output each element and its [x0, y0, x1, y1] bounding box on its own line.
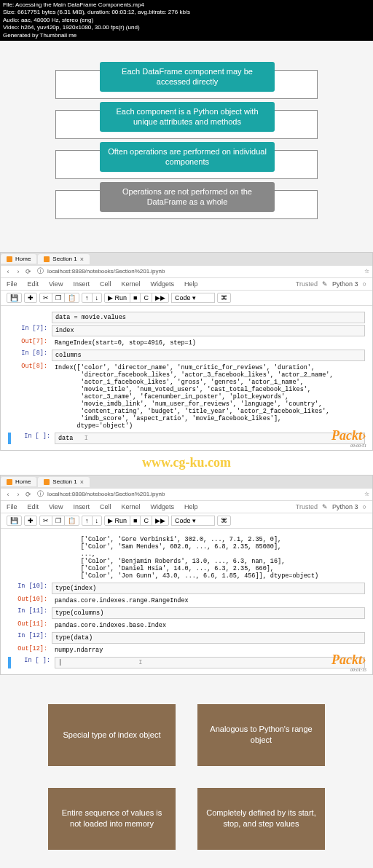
copy-button[interactable]: ❐ [52, 293, 65, 303]
stop-button[interactable]: ■ [130, 516, 141, 526]
add-cell-button[interactable]: ✚ [24, 293, 37, 303]
menu-file[interactable]: File [7, 280, 17, 288]
paste-button[interactable]: 📋 [64, 516, 79, 526]
trusted-label: Trusted [296, 280, 318, 288]
out-prompt: Out[8]: [8, 363, 52, 431]
move-up-button[interactable]: ↑ [82, 293, 93, 303]
jupyter-screenshot-2: Home Section 1 × ‹ › ⟳ ⓘ localhost:8888/… [0, 475, 373, 675]
move-up-button[interactable]: ↑ [82, 516, 93, 526]
save-button[interactable]: 💾 [7, 516, 22, 526]
code-cell[interactable]: columns [52, 350, 365, 361]
prompt [8, 534, 52, 581]
run-all-button[interactable]: ▶▶ [152, 293, 169, 303]
star-icon[interactable]: ☆ [364, 491, 369, 497]
menu-widgets[interactable]: Widgets [150, 503, 174, 510]
close-icon[interactable]: × [80, 478, 84, 486]
callout-row: Each DataFrame component may be accessed… [55, 70, 318, 99]
menu-edit[interactable]: Edit [28, 280, 39, 288]
browser-tabs: Home Section 1 × [1, 476, 372, 489]
in-prompt: In [10]: [8, 583, 52, 594]
back-icon[interactable]: ‹ [4, 267, 12, 276]
star-icon[interactable]: ☆ [364, 268, 369, 275]
info-icon[interactable]: ⓘ [36, 490, 44, 499]
code-cell[interactable]: index [52, 325, 365, 336]
paste-button[interactable]: 📋 [64, 293, 79, 303]
copy-button[interactable]: ❐ [52, 516, 65, 526]
browser-tab-home[interactable]: Home [1, 254, 36, 264]
kernel-label: Python 3 [332, 280, 358, 288]
add-cell-button[interactable]: ✚ [24, 516, 37, 526]
code-cell[interactable]: type(index) [52, 583, 365, 594]
reload-icon[interactable]: ⟳ [24, 267, 33, 276]
callout-row: Often operations are performed on indivi… [55, 150, 318, 179]
browser-tab-section1[interactable]: Section 1 × [38, 477, 90, 487]
output-cell: pandas.core.indexes.base.Index [52, 620, 365, 631]
forward-icon[interactable]: › [14, 490, 23, 499]
menu-widgets[interactable]: Widgets [150, 280, 174, 288]
url-text[interactable]: localhost:8888/notebooks/Section%201.ipy… [47, 268, 165, 275]
prompt [8, 312, 52, 323]
code-cell[interactable]: type(columns) [52, 607, 365, 619]
run-all-button[interactable]: ▶▶ [152, 516, 169, 526]
info-icon[interactable]: ⓘ [36, 267, 44, 276]
watermark: www.cg-ku.com [0, 451, 373, 475]
out-prompt: Out[10]: [8, 596, 52, 606]
menu-edit[interactable]: Edit [28, 503, 39, 510]
menu-insert[interactable]: Insert [73, 503, 90, 510]
meta-size: Size: 6617751 bytes (6.31 MiB), duration… [3, 9, 370, 16]
code-cell-active[interactable]: | I [55, 657, 365, 668]
celltype-dropdown[interactable]: Code ▾ [171, 293, 215, 303]
menu-insert[interactable]: Insert [73, 280, 90, 288]
callout-row: Operations are not performed on the Data… [55, 190, 318, 219]
command-palette-button[interactable]: ⌘ [217, 516, 231, 526]
kernel-status-icon: ○ [363, 280, 366, 288]
menu-view[interactable]: View [49, 280, 63, 288]
menu-cell[interactable]: Cell [100, 280, 111, 288]
menu-file[interactable]: File [7, 503, 17, 510]
restart-button[interactable]: C [140, 293, 152, 303]
menu-right: Trusted ✎ Python 3 ○ [296, 280, 366, 288]
url-text[interactable]: localhost:8888/notebooks/Section%201.ipy… [47, 491, 165, 497]
restart-button[interactable]: C [140, 516, 152, 526]
in-prompt: In [8]: [8, 350, 52, 361]
code-cell[interactable]: data = movie.values [52, 312, 365, 323]
move-down-button[interactable]: ↓ [92, 516, 103, 526]
code-cell[interactable]: type(data) [52, 632, 365, 644]
close-icon[interactable]: × [80, 256, 84, 263]
menu-cell[interactable]: Cell [100, 503, 111, 510]
menu-view[interactable]: View [49, 503, 63, 510]
callout-1: Each DataFrame component may be accessed… [100, 62, 275, 92]
tab-label: Section 1 [52, 478, 76, 485]
reload-icon[interactable]: ⟳ [24, 490, 33, 499]
text-cursor-icon: I [73, 435, 87, 442]
move-down-button[interactable]: ↓ [92, 293, 103, 303]
jupyter-icon [7, 479, 12, 485]
menu-help[interactable]: Help [184, 503, 198, 510]
pencil-icon[interactable]: ✎ [322, 503, 328, 510]
menu-help[interactable]: Help [184, 280, 198, 288]
pencil-icon[interactable]: ✎ [322, 280, 328, 288]
meta-gen: Generated by Thumbnail me [3, 32, 370, 39]
celltype-dropdown[interactable]: Code ▾ [171, 516, 215, 526]
kernel-label: Python 3 [332, 503, 358, 510]
timestamp: 00:01:15 [331, 668, 366, 672]
run-button[interactable]: ▶ Run [104, 516, 130, 526]
back-icon[interactable]: ‹ [4, 490, 12, 499]
menu-kernel[interactable]: Kernel [121, 503, 140, 510]
output-cell: pandas.core.indexes.range.RangeIndex [52, 596, 365, 606]
cut-button[interactable]: ✂ [39, 516, 52, 526]
run-button[interactable]: ▶ Run [104, 293, 130, 303]
code-cell-active[interactable]: data I [55, 433, 365, 444]
cut-button[interactable]: ✂ [39, 293, 52, 303]
out-prompt: Out[7]: [8, 338, 52, 348]
browser-tab-home[interactable]: Home [1, 477, 36, 486]
stop-button[interactable]: ■ [130, 293, 141, 303]
menu-kernel[interactable]: Kernel [121, 280, 140, 288]
forward-icon[interactable]: › [14, 267, 23, 276]
text-cursor-icon: I [138, 659, 142, 666]
meta-audio: Audio: aac, 48000 Hz, stereo (eng) [3, 17, 370, 24]
browser-tab-section1[interactable]: Section 1 × [38, 254, 90, 264]
save-button[interactable]: 💾 [7, 293, 22, 303]
slide-brown-boxes: Special type of index object Analogous t… [0, 675, 373, 864]
command-palette-button[interactable]: ⌘ [217, 293, 231, 303]
